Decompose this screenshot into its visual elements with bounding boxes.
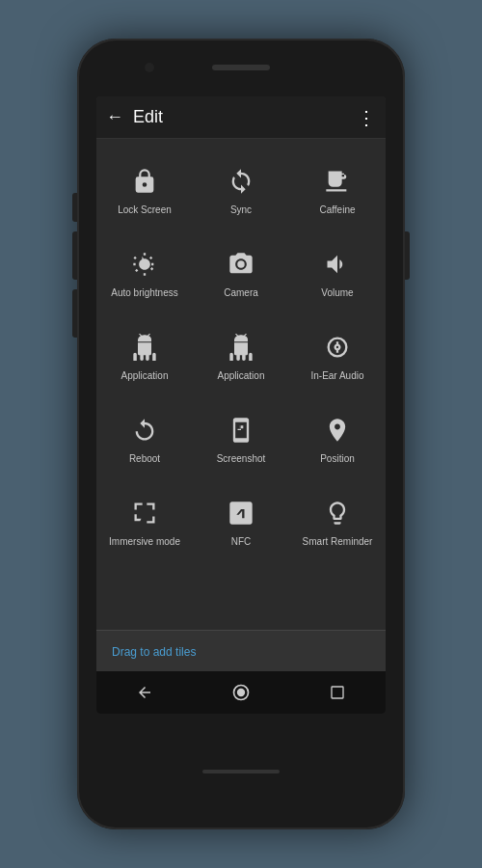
home-indicator bbox=[202, 770, 280, 773]
phone-speaker bbox=[212, 65, 270, 70]
phone-bottom-bar bbox=[202, 714, 280, 829]
drag-to-add-bar: Drag to add tiles bbox=[96, 630, 386, 671]
sync-label: Sync bbox=[230, 204, 252, 216]
tile-smart-reminder[interactable]: Smart Reminder bbox=[289, 480, 386, 563]
volume-label: Volume bbox=[321, 287, 353, 299]
tile-application-1[interactable]: Application bbox=[96, 314, 193, 397]
smart-reminder-label: Smart Reminder bbox=[303, 536, 373, 548]
reboot-icon bbox=[127, 413, 162, 448]
phone-device: ← Edit ⋮ Lock Screen Sync bbox=[77, 39, 405, 829]
tile-reboot[interactable]: Reboot bbox=[96, 397, 193, 480]
camera-icon bbox=[224, 247, 258, 282]
tile-screenshot[interactable]: Screenshot bbox=[193, 397, 289, 480]
immersive-mode-label: Immersive mode bbox=[109, 536, 180, 548]
tile-immersive-mode[interactable]: Immersive mode bbox=[96, 480, 193, 563]
vol-up-button[interactable] bbox=[72, 193, 77, 222]
nav-home-button[interactable] bbox=[222, 678, 260, 707]
screenshot-icon bbox=[224, 413, 258, 448]
more-options-button[interactable]: ⋮ bbox=[357, 106, 376, 129]
extra-button[interactable] bbox=[72, 289, 77, 338]
immersive-mode-icon bbox=[127, 496, 162, 530]
tiles-grid-container: Lock Screen Sync Caffeine bbox=[96, 139, 386, 630]
svg-rect-3 bbox=[332, 687, 343, 698]
auto-brightness-icon bbox=[127, 247, 162, 282]
tile-camera[interactable]: Camera bbox=[193, 231, 289, 314]
tile-position[interactable]: Position bbox=[289, 397, 386, 480]
application2-icon bbox=[224, 330, 258, 365]
camera-label: Camera bbox=[224, 287, 258, 299]
position-icon bbox=[320, 413, 355, 448]
drag-to-add-text: Drag to add tiles bbox=[112, 645, 196, 659]
in-ear-audio-label: In-Ear Audio bbox=[310, 370, 363, 382]
nav-recents-button[interactable] bbox=[318, 678, 357, 707]
caffeine-label: Caffeine bbox=[319, 204, 355, 216]
in-ear-audio-icon bbox=[320, 330, 355, 365]
lock-screen-icon bbox=[127, 164, 162, 199]
phone-screen: ← Edit ⋮ Lock Screen Sync bbox=[96, 96, 386, 714]
vol-down-button[interactable] bbox=[72, 231, 77, 280]
tile-auto-brightness[interactable]: Auto brightness bbox=[96, 231, 193, 314]
tile-application-2[interactable]: Application bbox=[193, 314, 289, 397]
bottom-navigation bbox=[96, 671, 386, 714]
nav-back-button[interactable] bbox=[125, 678, 164, 707]
back-button[interactable]: ← bbox=[106, 107, 123, 127]
application2-label: Application bbox=[218, 370, 265, 382]
tile-nfc[interactable]: NFC bbox=[193, 480, 289, 563]
tile-caffeine[interactable]: Caffeine bbox=[289, 149, 386, 231]
phone-top-bar bbox=[77, 39, 405, 96]
screen-header: ← Edit ⋮ bbox=[96, 96, 386, 139]
application1-label: Application bbox=[121, 370, 169, 382]
sync-icon bbox=[224, 164, 258, 199]
tile-in-ear-audio[interactable]: In-Ear Audio bbox=[289, 314, 386, 397]
tile-volume[interactable]: Volume bbox=[289, 231, 386, 314]
screenshot-label: Screenshot bbox=[217, 453, 266, 465]
auto-brightness-label: Auto brightness bbox=[111, 287, 178, 299]
nfc-label: NFC bbox=[231, 536, 252, 548]
application1-icon bbox=[127, 330, 162, 365]
volume-icon bbox=[320, 247, 355, 282]
reboot-label: Reboot bbox=[129, 453, 160, 465]
svg-point-2 bbox=[238, 690, 245, 696]
tile-lock-screen[interactable]: Lock Screen bbox=[96, 149, 193, 231]
caffeine-icon bbox=[320, 164, 355, 199]
lock-screen-label: Lock Screen bbox=[118, 204, 172, 216]
smart-reminder-icon bbox=[320, 496, 355, 530]
tile-sync[interactable]: Sync bbox=[193, 149, 289, 231]
svg-point-0 bbox=[237, 260, 244, 267]
nfc-icon bbox=[224, 496, 258, 530]
power-button[interactable] bbox=[405, 231, 410, 280]
phone-camera bbox=[145, 63, 154, 72]
page-title: Edit bbox=[133, 107, 357, 127]
tiles-grid: Lock Screen Sync Caffeine bbox=[96, 149, 386, 563]
position-label: Position bbox=[320, 453, 355, 465]
